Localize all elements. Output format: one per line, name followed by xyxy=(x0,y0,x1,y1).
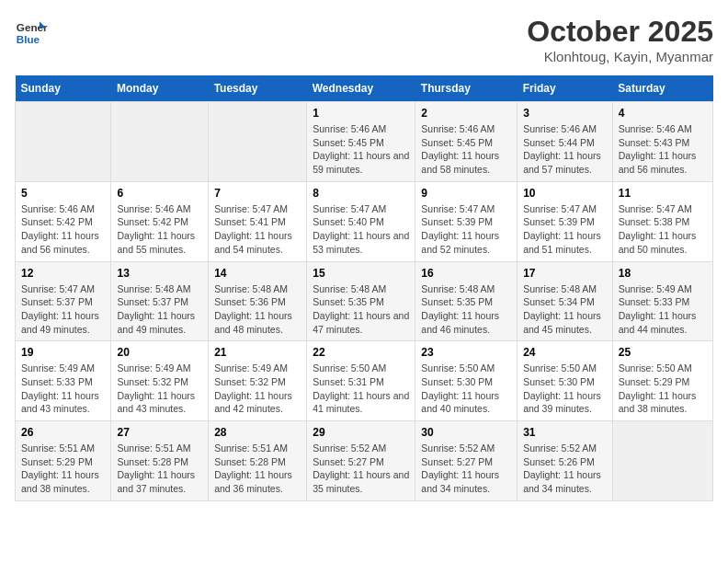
calendar-cell: 8Sunrise: 5:47 AMSunset: 5:40 PMDaylight… xyxy=(307,181,415,261)
calendar-cell: 31Sunrise: 5:52 AMSunset: 5:26 PMDayligh… xyxy=(518,421,613,501)
day-number: 6 xyxy=(117,187,202,200)
svg-text:Blue: Blue xyxy=(17,33,40,45)
day-info: Sunrise: 5:46 AMSunset: 5:45 PMDaylight:… xyxy=(313,122,409,177)
calendar-cell: 3Sunrise: 5:46 AMSunset: 5:44 PMDaylight… xyxy=(518,102,613,182)
day-info: Sunrise: 5:46 AMSunset: 5:43 PMDaylight:… xyxy=(619,122,707,177)
weekday-header-row: SundayMondayTuesdayWednesdayThursdayFrid… xyxy=(16,75,713,102)
calendar-table: SundayMondayTuesdayWednesdayThursdayFrid… xyxy=(15,75,713,501)
logo: General Blue xyxy=(15,15,51,48)
calendar-cell: 24Sunrise: 5:50 AMSunset: 5:30 PMDayligh… xyxy=(518,341,613,421)
calendar-cell: 12Sunrise: 5:47 AMSunset: 5:37 PMDayligh… xyxy=(16,261,111,341)
day-info: Sunrise: 5:47 AMSunset: 5:37 PMDaylight:… xyxy=(21,282,105,337)
calendar-cell: 15Sunrise: 5:48 AMSunset: 5:35 PMDayligh… xyxy=(307,261,415,341)
calendar-cell xyxy=(209,102,307,182)
calendar-week-2: 5Sunrise: 5:46 AMSunset: 5:42 PMDaylight… xyxy=(16,181,713,261)
calendar-week-5: 26Sunrise: 5:51 AMSunset: 5:29 PMDayligh… xyxy=(16,421,713,501)
day-number: 30 xyxy=(421,426,511,439)
day-number: 9 xyxy=(421,187,511,200)
calendar-week-1: 1Sunrise: 5:46 AMSunset: 5:45 PMDaylight… xyxy=(16,102,713,182)
day-info: Sunrise: 5:52 AMSunset: 5:27 PMDaylight:… xyxy=(421,442,511,496)
day-info: Sunrise: 5:51 AMSunset: 5:28 PMDaylight:… xyxy=(214,442,301,496)
day-info: Sunrise: 5:47 AMSunset: 5:40 PMDaylight:… xyxy=(313,202,409,257)
calendar-cell: 7Sunrise: 5:47 AMSunset: 5:41 PMDaylight… xyxy=(209,181,307,261)
calendar-week-3: 12Sunrise: 5:47 AMSunset: 5:37 PMDayligh… xyxy=(16,261,713,341)
title-block: October 2025 Klonhtoug, Kayin, Myanmar xyxy=(527,15,713,64)
calendar-week-4: 19Sunrise: 5:49 AMSunset: 5:33 PMDayligh… xyxy=(16,341,713,421)
calendar-cell: 5Sunrise: 5:46 AMSunset: 5:42 PMDaylight… xyxy=(16,181,111,261)
day-number: 10 xyxy=(523,187,607,200)
day-info: Sunrise: 5:48 AMSunset: 5:34 PMDaylight:… xyxy=(523,282,607,337)
day-number: 3 xyxy=(523,107,607,120)
weekday-header-wednesday: Wednesday xyxy=(307,75,415,102)
day-info: Sunrise: 5:49 AMSunset: 5:32 PMDaylight:… xyxy=(214,362,301,416)
month-title: October 2025 xyxy=(527,15,713,49)
day-info: Sunrise: 5:46 AMSunset: 5:42 PMDaylight:… xyxy=(21,202,105,257)
day-info: Sunrise: 5:49 AMSunset: 5:32 PMDaylight:… xyxy=(117,362,202,416)
day-info: Sunrise: 5:51 AMSunset: 5:28 PMDaylight:… xyxy=(117,442,202,496)
day-number: 11 xyxy=(619,187,707,200)
day-number: 14 xyxy=(214,267,301,280)
weekday-header-tuesday: Tuesday xyxy=(209,75,307,102)
day-number: 1 xyxy=(313,107,409,120)
day-number: 27 xyxy=(117,426,202,439)
day-number: 15 xyxy=(313,267,409,280)
calendar-cell xyxy=(16,102,111,182)
calendar-cell: 16Sunrise: 5:48 AMSunset: 5:35 PMDayligh… xyxy=(415,261,518,341)
calendar-cell: 18Sunrise: 5:49 AMSunset: 5:33 PMDayligh… xyxy=(612,261,712,341)
calendar-cell: 1Sunrise: 5:46 AMSunset: 5:45 PMDaylight… xyxy=(307,102,415,182)
calendar-cell: 4Sunrise: 5:46 AMSunset: 5:43 PMDaylight… xyxy=(612,102,712,182)
day-info: Sunrise: 5:48 AMSunset: 5:36 PMDaylight:… xyxy=(214,282,301,337)
calendar-cell: 27Sunrise: 5:51 AMSunset: 5:28 PMDayligh… xyxy=(111,421,209,501)
day-info: Sunrise: 5:48 AMSunset: 5:37 PMDaylight:… xyxy=(117,282,202,337)
day-number: 8 xyxy=(313,187,409,200)
calendar-cell: 9Sunrise: 5:47 AMSunset: 5:39 PMDaylight… xyxy=(415,181,518,261)
day-info: Sunrise: 5:48 AMSunset: 5:35 PMDaylight:… xyxy=(313,282,409,337)
day-number: 31 xyxy=(523,426,607,439)
day-info: Sunrise: 5:47 AMSunset: 5:38 PMDaylight:… xyxy=(619,202,707,257)
day-info: Sunrise: 5:52 AMSunset: 5:27 PMDaylight:… xyxy=(313,442,409,496)
logo-icon: General Blue xyxy=(15,15,48,48)
day-number: 23 xyxy=(421,346,511,359)
day-number: 13 xyxy=(117,267,202,280)
calendar-cell: 29Sunrise: 5:52 AMSunset: 5:27 PMDayligh… xyxy=(307,421,415,501)
calendar-cell: 23Sunrise: 5:50 AMSunset: 5:30 PMDayligh… xyxy=(415,341,518,421)
day-info: Sunrise: 5:47 AMSunset: 5:41 PMDaylight:… xyxy=(214,202,301,257)
day-number: 5 xyxy=(21,187,105,200)
day-info: Sunrise: 5:47 AMSunset: 5:39 PMDaylight:… xyxy=(421,202,511,257)
weekday-header-saturday: Saturday xyxy=(612,75,712,102)
day-number: 21 xyxy=(214,346,301,359)
day-number: 25 xyxy=(619,346,707,359)
calendar-cell: 10Sunrise: 5:47 AMSunset: 5:39 PMDayligh… xyxy=(518,181,613,261)
day-info: Sunrise: 5:46 AMSunset: 5:45 PMDaylight:… xyxy=(421,122,511,177)
day-info: Sunrise: 5:50 AMSunset: 5:30 PMDaylight:… xyxy=(421,362,511,416)
weekday-header-sunday: Sunday xyxy=(16,75,111,102)
day-number: 20 xyxy=(117,346,202,359)
calendar-cell: 13Sunrise: 5:48 AMSunset: 5:37 PMDayligh… xyxy=(111,261,209,341)
day-number: 26 xyxy=(21,426,105,439)
calendar-cell: 19Sunrise: 5:49 AMSunset: 5:33 PMDayligh… xyxy=(16,341,111,421)
day-number: 7 xyxy=(214,187,301,200)
day-number: 28 xyxy=(214,426,301,439)
day-number: 24 xyxy=(523,346,607,359)
day-info: Sunrise: 5:49 AMSunset: 5:33 PMDaylight:… xyxy=(21,362,105,416)
calendar-cell: 20Sunrise: 5:49 AMSunset: 5:32 PMDayligh… xyxy=(111,341,209,421)
day-info: Sunrise: 5:51 AMSunset: 5:29 PMDaylight:… xyxy=(21,442,105,496)
calendar-cell: 22Sunrise: 5:50 AMSunset: 5:31 PMDayligh… xyxy=(307,341,415,421)
weekday-header-friday: Friday xyxy=(518,75,613,102)
weekday-header-monday: Monday xyxy=(111,75,209,102)
day-info: Sunrise: 5:50 AMSunset: 5:31 PMDaylight:… xyxy=(313,362,409,416)
day-info: Sunrise: 5:49 AMSunset: 5:33 PMDaylight:… xyxy=(619,282,707,337)
location: Klonhtoug, Kayin, Myanmar xyxy=(527,49,713,64)
day-info: Sunrise: 5:46 AMSunset: 5:42 PMDaylight:… xyxy=(117,202,202,257)
day-number: 19 xyxy=(21,346,105,359)
calendar-cell xyxy=(612,421,712,501)
calendar-cell xyxy=(111,102,209,182)
page-header: General Blue October 2025 Klonhtoug, Kay… xyxy=(15,15,713,64)
calendar-cell: 17Sunrise: 5:48 AMSunset: 5:34 PMDayligh… xyxy=(518,261,613,341)
calendar-cell: 21Sunrise: 5:49 AMSunset: 5:32 PMDayligh… xyxy=(209,341,307,421)
day-number: 16 xyxy=(421,267,511,280)
day-number: 4 xyxy=(619,107,707,120)
day-number: 12 xyxy=(21,267,105,280)
calendar-cell: 2Sunrise: 5:46 AMSunset: 5:45 PMDaylight… xyxy=(415,102,518,182)
day-info: Sunrise: 5:48 AMSunset: 5:35 PMDaylight:… xyxy=(421,282,511,337)
